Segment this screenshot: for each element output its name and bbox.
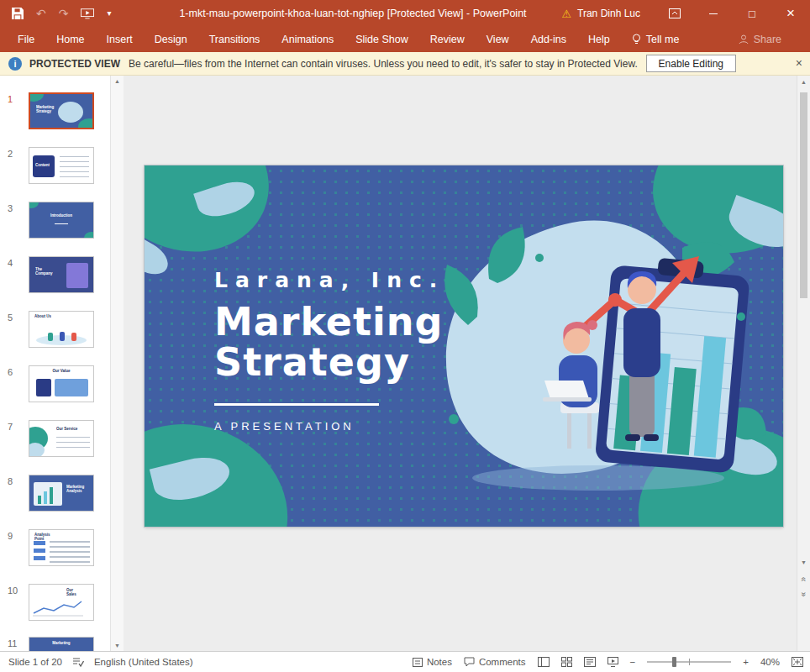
- person-icon: [739, 34, 749, 45]
- slide-sorter-view-button[interactable]: [561, 657, 572, 667]
- mini-shape: [36, 379, 51, 396]
- thumbnail-number: 2: [8, 149, 13, 159]
- mini-title: Content: [35, 163, 55, 167]
- reading-view-icon: [584, 657, 596, 667]
- enable-editing-button[interactable]: Enable Editing: [646, 55, 736, 72]
- mini-shape: [34, 541, 45, 563]
- language-indicator[interactable]: English (United States): [94, 657, 193, 667]
- save-button[interactable]: [12, 8, 24, 19]
- double-chevron-down-icon: »: [799, 592, 808, 597]
- tell-me-button[interactable]: Tell me: [621, 34, 691, 45]
- thumbnail-slide-7[interactable]: Our Service: [29, 420, 94, 457]
- thumbnail-slide-6[interactable]: Our Value: [29, 365, 94, 402]
- tell-me-label: Tell me: [646, 34, 680, 45]
- mini-shape: [66, 263, 88, 288]
- thumbnail-slide-1[interactable]: Marketing Strategy: [29, 92, 94, 129]
- tab-file[interactable]: File: [7, 27, 45, 52]
- thumbnail-slide-5[interactable]: About Us: [29, 311, 94, 348]
- notes-label: Notes: [427, 657, 452, 667]
- tab-animations[interactable]: Animations: [271, 27, 345, 52]
- notes-button[interactable]: Notes: [413, 657, 452, 667]
- company-name: Larana, Inc.: [214, 268, 444, 292]
- thumbnail-slide-4[interactable]: The Company: [29, 256, 94, 293]
- mini-shape: [55, 379, 88, 396]
- next-slide-button[interactable]: »: [797, 590, 810, 599]
- zoom-in-button[interactable]: +: [743, 657, 749, 667]
- tab-transitions[interactable]: Transitions: [198, 27, 271, 52]
- undo-button[interactable]: ↶: [36, 8, 46, 19]
- save-icon: [12, 8, 24, 19]
- thumbnail-slide-11[interactable]: Marketing: [29, 637, 94, 651]
- slide-canvas[interactable]: Larana, Inc. Marketing Strategy A PRESEN…: [145, 165, 783, 527]
- tab-view[interactable]: View: [476, 27, 520, 52]
- comments-button[interactable]: Comments: [464, 657, 526, 667]
- redo-button[interactable]: ↷: [59, 8, 69, 19]
- thumbnail-number: 1: [8, 94, 13, 104]
- thumbnail-number: 5: [8, 312, 13, 323]
- slideshow-view-icon: [608, 657, 618, 667]
- info-glyph: i: [13, 59, 16, 69]
- status-bar: Slide 1 of 20 English (United States) No…: [0, 651, 810, 672]
- customize-quick-access-icon[interactable]: ▾: [107, 9, 111, 18]
- tab-add-ins[interactable]: Add-ins: [520, 27, 577, 52]
- mini-title: Introduction: [47, 213, 76, 218]
- spell-check-icon[interactable]: [72, 657, 84, 667]
- slideshow-view-button[interactable]: [608, 657, 618, 667]
- warning-icon: ⚠: [561, 8, 571, 20]
- zoom-slider[interactable]: [647, 661, 731, 663]
- thumbnail-slide-2[interactable]: Content: [29, 147, 94, 184]
- close-button[interactable]: ×: [771, 0, 810, 27]
- thumbnail-slide-3[interactable]: Introduction: [29, 202, 94, 239]
- tab-design[interactable]: Design: [144, 27, 198, 52]
- scroll-up-icon[interactable]: ▲: [111, 78, 124, 84]
- dismiss-bar-icon[interactable]: ×: [796, 56, 802, 70]
- quick-access-toolbar: ↶ ↷ ▾: [0, 8, 112, 19]
- protected-view-bar: i PROTECTED VIEW Be careful—files from t…: [0, 52, 810, 76]
- mini-shape: [58, 102, 83, 123]
- scroll-down-icon[interactable]: ▼: [797, 559, 810, 565]
- normal-view-button[interactable]: [538, 657, 550, 667]
- mini-shape: [50, 541, 90, 563]
- thumbnail-slide-8[interactable]: Marketing Analysis: [29, 475, 94, 512]
- start-slideshow-button[interactable]: [81, 8, 94, 19]
- tab-review[interactable]: Review: [419, 27, 476, 52]
- zoom-out-button[interactable]: −: [630, 657, 636, 667]
- ribbon-display-options-button[interactable]: [655, 8, 694, 18]
- reading-view-button[interactable]: [584, 657, 596, 667]
- protected-view-message: Be careful—files from the Internet can c…: [129, 58, 638, 70]
- previous-slide-button[interactable]: «: [797, 575, 810, 584]
- thumbnail-number: 4: [8, 258, 13, 268]
- mini-line-chart: [33, 600, 83, 617]
- zoom-level[interactable]: 40%: [760, 657, 780, 667]
- user-name: Tran Dinh Luc: [577, 8, 640, 19]
- divider-rule: [214, 403, 379, 406]
- thumbnail-slide-10[interactable]: Our Sales: [29, 584, 94, 621]
- thumbnail-scrollbar[interactable]: ▲ ▼: [110, 76, 124, 651]
- thumbnail-slide-9[interactable]: Analysis Point: [29, 529, 94, 566]
- scrollbar-thumb[interactable]: [800, 92, 807, 298]
- titlebar-right: ⚠ Tran Dinh Luc □ ×: [546, 0, 810, 27]
- scroll-up-icon[interactable]: ▲: [797, 79, 810, 85]
- tab-home[interactable]: Home: [45, 27, 95, 52]
- maximize-button[interactable]: □: [733, 0, 771, 27]
- scroll-down-icon[interactable]: ▼: [111, 643, 124, 648]
- mini-title: Marketing: [47, 641, 76, 645]
- minimize-button[interactable]: [694, 0, 733, 27]
- tab-help[interactable]: Help: [577, 27, 621, 52]
- fit-slide-to-window-button[interactable]: [792, 657, 803, 667]
- share-button[interactable]: Share: [739, 34, 781, 45]
- slide-number-indicator[interactable]: Slide 1 of 20: [8, 657, 62, 667]
- mini-shape: [44, 491, 47, 504]
- tab-slide-show[interactable]: Slide Show: [345, 27, 419, 52]
- vertical-scrollbar[interactable]: ▲ ▼ « »: [797, 76, 810, 651]
- tab-insert[interactable]: Insert: [96, 27, 144, 52]
- slide-title-line2: Strategy: [214, 343, 444, 383]
- title-text-block[interactable]: Larana, Inc. Marketing Strategy A PRESEN…: [214, 268, 444, 433]
- thumbnail-number: 6: [8, 367, 13, 377]
- account-button[interactable]: ⚠ Tran Dinh Luc: [546, 8, 655, 20]
- mini-shape: [55, 223, 68, 224]
- mini-title: About Us: [34, 314, 58, 318]
- slideshow-icon: [81, 8, 94, 19]
- zoom-slider-thumb[interactable]: [672, 657, 676, 667]
- mini-shape: [60, 332, 65, 341]
